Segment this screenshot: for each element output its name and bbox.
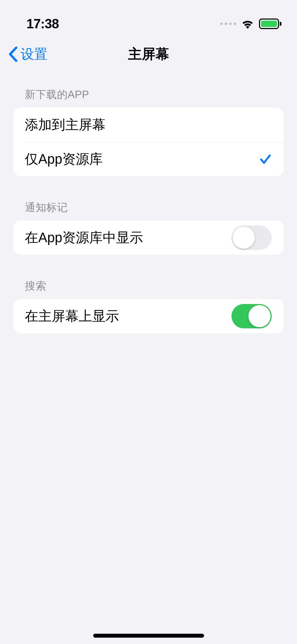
option-add-to-home[interactable]: 添加到主屏幕 bbox=[13, 108, 284, 142]
navigation-bar: 设置 主屏幕 bbox=[0, 37, 297, 71]
home-indicator[interactable] bbox=[93, 634, 204, 638]
checkmark-icon bbox=[259, 153, 272, 165]
cell-label: 在App资源库中显示 bbox=[25, 229, 143, 247]
status-indicators bbox=[220, 19, 281, 29]
section-search: 搜索 在主屏幕上显示 bbox=[13, 279, 284, 333]
section-header: 通知标记 bbox=[13, 200, 284, 220]
section-new-downloads: 新下载的APP 添加到主屏幕 仅App资源库 bbox=[13, 87, 284, 176]
back-label: 设置 bbox=[21, 45, 48, 63]
status-time: 17:38 bbox=[26, 16, 59, 31]
wifi-icon bbox=[241, 19, 254, 29]
toggle-show-on-home-screen[interactable] bbox=[232, 304, 272, 328]
chevron-left-icon bbox=[8, 47, 18, 62]
back-button[interactable]: 设置 bbox=[8, 45, 48, 63]
section-notification-badges: 通知标记 在App资源库中显示 bbox=[13, 200, 284, 255]
row-show-in-app-library: 在App资源库中显示 bbox=[13, 220, 284, 255]
cell-label: 仅App资源库 bbox=[25, 150, 103, 168]
switch-thumb bbox=[233, 227, 255, 249]
cell-label: 在主屏幕上显示 bbox=[25, 307, 119, 325]
list-group: 在主屏幕上显示 bbox=[13, 299, 284, 333]
list-group: 添加到主屏幕 仅App资源库 bbox=[13, 108, 284, 176]
page-title: 主屏幕 bbox=[128, 45, 169, 63]
row-show-on-home-screen: 在主屏幕上显示 bbox=[13, 299, 284, 333]
toggle-show-in-app-library[interactable] bbox=[232, 226, 272, 250]
content: 新下载的APP 添加到主屏幕 仅App资源库 通知标记 在App资源库中显示 bbox=[0, 87, 297, 333]
signal-dots-icon bbox=[220, 22, 236, 25]
option-app-library-only[interactable]: 仅App资源库 bbox=[13, 142, 284, 176]
section-header: 新下载的APP bbox=[13, 87, 284, 108]
switch-thumb bbox=[248, 305, 271, 327]
section-header: 搜索 bbox=[13, 279, 284, 299]
list-group: 在App资源库中显示 bbox=[13, 220, 284, 255]
battery-icon bbox=[259, 19, 281, 29]
cell-label: 添加到主屏幕 bbox=[25, 116, 106, 134]
status-bar: 17:38 bbox=[0, 0, 297, 37]
